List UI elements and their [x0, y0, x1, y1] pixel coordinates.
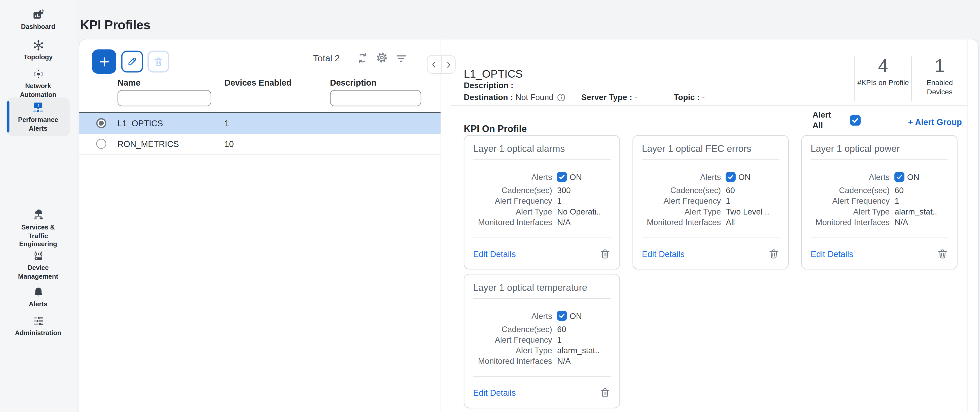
kv-label: Alert Type [811, 206, 895, 217]
sidebar-item-performance-alerts[interactable]: Performance Alerts [6, 97, 70, 137]
add-icon [98, 56, 110, 68]
device-management-icon [32, 250, 44, 262]
edit-icon [127, 56, 137, 67]
refresh-icon[interactable] [356, 52, 369, 64]
edit-details-link[interactable]: Edit Details [473, 249, 516, 258]
stat-label: Enabled Devices [926, 78, 953, 96]
sidebar-item-administration[interactable]: Administration [6, 312, 70, 341]
description-label: Description : [464, 81, 514, 90]
trash-icon[interactable] [768, 248, 780, 259]
alert-all-checkbox[interactable] [850, 115, 861, 126]
table-row[interactable]: L1_OPTICS 1 [80, 113, 441, 134]
sidebar-item-label: Topology [24, 53, 53, 62]
sidebar-item-label: Administration [15, 329, 61, 337]
filter-icon[interactable] [395, 52, 407, 65]
sidebar-item-topology[interactable]: Topology [6, 36, 70, 65]
profile-name: L1_OPTICS [118, 113, 163, 134]
kpi-card-body: Alerts ON Cadence(sec)60 Alert Frequency… [473, 309, 613, 366]
edit-details-link[interactable]: Edit Details [642, 249, 685, 258]
add-profile-button[interactable] [92, 49, 116, 74]
add-alert-group-link[interactable]: + Alert Group [908, 118, 962, 127]
kv-value: No Operati.. [557, 206, 613, 217]
description-filter-input[interactable] [330, 90, 421, 106]
delete-profile-button[interactable] [148, 51, 169, 72]
sidebar-item-label: Alerts [29, 300, 48, 309]
sidebar-item-alerts[interactable]: Alerts [6, 283, 70, 312]
check-icon [896, 173, 904, 181]
kv-value: N/A [557, 356, 613, 366]
detail-right-divider [967, 40, 968, 412]
kv-label: Monitored Interfaces [473, 217, 557, 227]
kv-label: Monitored Interfaces [642, 217, 726, 227]
edit-details-link[interactable]: Edit Details [811, 249, 853, 258]
kv-value: 1 [726, 196, 782, 206]
kv-value: 1 [895, 196, 951, 206]
profile-list-panel: Total 2 Name Devices Enabled Description… [80, 40, 441, 412]
enabled-devices-stat: 1 Enabled Devices [911, 56, 967, 101]
kv-value: 1 [557, 196, 613, 206]
sidebar-item-dashboard[interactable]: Dashboard [6, 5, 70, 35]
kpi-card-footer: Edit Details [642, 237, 779, 269]
alerts-checkbox[interactable] [557, 311, 567, 321]
collapse-right-button[interactable] [441, 56, 455, 73]
kv-label: Alert Frequency [811, 196, 895, 206]
row-radio-selected[interactable] [96, 118, 106, 128]
topic-label: Topic : [674, 92, 700, 102]
kv-label: Monitored Interfaces [473, 356, 557, 366]
kpi-card: Layer 1 optical alarms Alerts ON Cadence… [464, 135, 620, 269]
kpis-on-profile-stat: 4 #KPIs on Profile [854, 56, 912, 101]
dashboard-icon [32, 9, 44, 21]
collapse-left-button[interactable] [428, 56, 441, 73]
kv-label: Alert Frequency [642, 196, 726, 206]
edit-details-link[interactable]: Edit Details [473, 388, 516, 397]
chevron-left-icon [430, 60, 438, 68]
trash-icon[interactable] [599, 248, 611, 259]
alerts-state: ON [570, 310, 582, 321]
sidebar-item-label: Performance Alerts [18, 116, 58, 133]
kpi-card-title: Layer 1 optical power [811, 135, 948, 160]
sidebar-item-services-traffic-engineering[interactable]: Services & Traffic Engineering [6, 206, 70, 253]
kv-value: 60 [557, 324, 613, 334]
topology-icon [32, 40, 44, 51]
sidebar-item-network-automation[interactable]: Network Automation [6, 64, 70, 103]
destination-label: Destination : [464, 92, 513, 102]
info-icon[interactable] [557, 93, 566, 102]
row-radio-unselected[interactable] [96, 139, 106, 149]
kpi-card-title: Layer 1 optical alarms [473, 135, 611, 160]
services-traffic-engineering-icon [32, 209, 44, 221]
alerts-checkbox[interactable] [895, 172, 905, 182]
column-header-devices-enabled: Devices Enabled [224, 78, 291, 87]
stat-value: 4 [878, 56, 888, 75]
table-row[interactable]: RON_METRICS 10 [80, 134, 441, 155]
edit-profile-button[interactable] [121, 51, 143, 72]
name-filter-input[interactable] [118, 90, 212, 106]
alerts-value: ON [726, 172, 782, 182]
page-title: KPI Profiles [80, 17, 150, 32]
alerts-label: Alerts [811, 172, 895, 182]
alerts-value: ON [557, 172, 613, 182]
alerts-value: ON [557, 310, 613, 321]
administration-icon [32, 315, 44, 327]
kpi-card-body: Alerts ON Cadence(sec)60 Alert Frequency… [811, 171, 951, 227]
server-type-value: - [634, 92, 637, 102]
devices-enabled-value: 10 [224, 134, 234, 154]
detail-header-divider [451, 105, 967, 105]
server-type-label: Server Type : [581, 92, 632, 102]
trash-icon[interactable] [599, 387, 611, 398]
alerts-state: ON [570, 172, 582, 182]
sidebar-item-label: Dashboard [21, 22, 55, 31]
gear-icon[interactable] [375, 51, 388, 64]
kpi-card-footer: Edit Details [811, 237, 948, 269]
column-header-description: Description [330, 78, 376, 87]
destination-value: Not Found [515, 92, 554, 102]
kpi-card-title: Layer 1 optical FEC errors [642, 135, 779, 160]
alerts-checkbox[interactable] [726, 172, 736, 182]
kpi-card-title: Layer 1 optical temperature [473, 274, 611, 299]
kv-value: 60 [895, 185, 951, 196]
alerts-checkbox[interactable] [557, 172, 567, 182]
kv-value: 60 [726, 185, 782, 196]
trash-icon[interactable] [937, 248, 948, 259]
sidebar-item-device-management[interactable]: Device Management [6, 246, 70, 285]
kv-label: Alert Type [473, 345, 557, 356]
stat-value: 1 [935, 56, 945, 75]
